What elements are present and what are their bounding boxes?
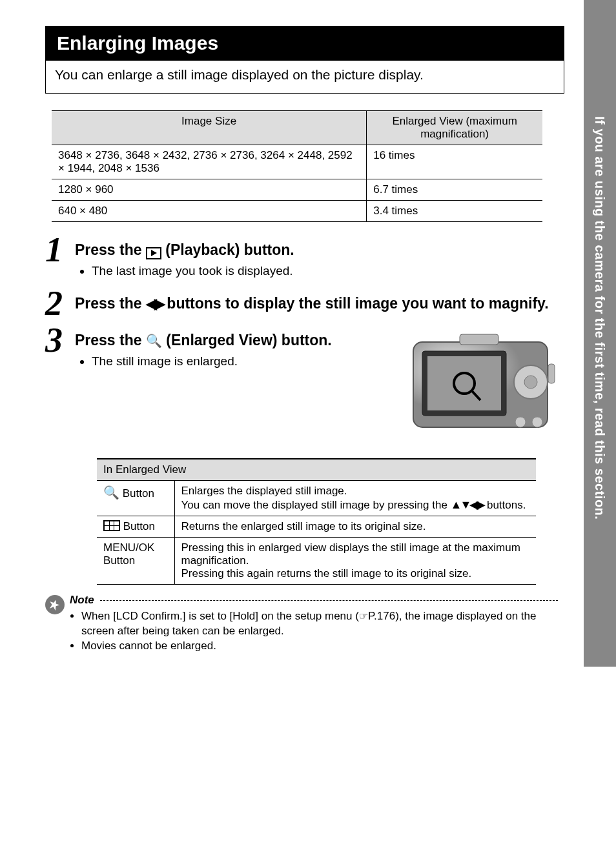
table-cell: Pressing this in enlarged view displays … [174,538,536,585]
svg-point-7 [524,376,537,389]
table-row: 640 × 480 3.4 times [52,201,542,222]
table-cell: 🔍 Button [97,481,174,516]
table-cell: 1280 × 960 [52,179,367,201]
table-header: In Enlarged View [97,459,536,481]
step-number: 2 [45,290,75,318]
dashed-line [100,600,558,601]
magnify-icon: 🔍 [103,485,119,500]
table-row: 🔍 Button Enlarges the displayed still im… [97,481,536,516]
note-icon [45,595,65,614]
table-cell: Button [97,516,174,538]
text: You can move the displayed still image b… [181,499,451,511]
text: Press the [75,241,146,258]
step-title: Press the 🔍 (Enlarged View) button. [75,330,398,350]
svg-rect-3 [427,356,501,410]
step-title: Press the (Playback) button. [75,240,558,260]
text: Button [119,487,154,500]
table-header: Image Size [52,111,367,145]
camera-illustration [409,330,558,443]
step-bullet: The last image you took is displayed. [92,264,558,278]
svg-point-9 [515,417,526,427]
page-title: Enlarging Images [45,26,564,61]
note-block: Note When [LCD Confirm.] is set to [Hold… [45,594,558,654]
text: You can move the displayed still image b… [181,498,530,512]
reference-icon: ☞ [359,611,368,621]
text: buttons to display the still image you w… [167,295,548,312]
text: Enlarges the displayed still image. [181,485,530,498]
table-row: MENU/OK Button Pressing this in enlarged… [97,538,536,585]
text: Press the [75,332,146,348]
table-cell: 3648 × 2736, 3648 × 2432, 2736 × 2736, 3… [52,145,367,179]
playback-icon [146,247,161,259]
table-cell: 16 times [367,145,542,179]
magnify-icon: 🔍 [146,334,162,348]
step-number: 1 [45,236,75,264]
table-row: Button Returns the enlarged still image … [97,516,536,538]
step-title: Press the ◀▶ buttons to display the stil… [75,294,558,314]
table-cell: 6.7 times [367,179,542,201]
note-item: When [LCD Confirm.] is set to [Hold] on … [81,609,558,639]
text: (Enlarged View) button. [166,332,331,348]
step-1: 1 Press the (Playback) button. The last … [45,236,558,281]
table-cell: Returns the enlarged still image to its … [174,516,536,538]
table-cell: MENU/OK Button [97,538,174,585]
direction-arrows-icon: ▲▼◀▶ [451,498,484,511]
table-cell: 640 × 480 [52,201,367,222]
step-3: 3 Press the 🔍 (Enlarged View) button. Th… [45,327,558,443]
text: buttons. [484,499,526,511]
sidebar-text: If you are using the camera for the firs… [592,116,607,520]
svg-rect-8 [548,364,555,383]
text: When [LCD Confirm.] is set to [Hold] on … [81,610,359,622]
svg-rect-1 [460,334,498,345]
step-bullet: The still image is enlarged. [92,354,398,368]
step-number: 3 [45,327,75,354]
text [94,594,98,607]
table-cell: 3.4 times [367,201,542,222]
text: Press the [75,295,146,312]
table-header: Enlarged View (maximum magnification) [367,111,542,145]
page-subtitle: You can enlarge a still image displayed … [45,61,564,94]
step-2: 2 Press the ◀▶ buttons to display the st… [45,290,558,318]
enlarged-view-table: In Enlarged View 🔍 Button Enlarges the d… [97,458,536,585]
svg-point-10 [532,417,542,427]
image-size-table: Image Size Enlarged View (maximum magnif… [52,110,542,222]
text: (Playback) button. [165,241,294,258]
text: Button [120,520,155,532]
sidebar: If you are using the camera for the firs… [584,0,616,667]
table-row: 1280 × 960 6.7 times [52,179,542,201]
left-right-arrows-icon: ◀▶ [146,296,163,312]
table-cell: Enlarges the displayed still image. You … [174,481,536,516]
thumbnail-icon [103,520,120,531]
note-title: Note [70,594,558,607]
text: Pressing this again returns the still im… [181,567,530,580]
text: Pressing this in enlarged view displays … [181,541,530,567]
text: Note [70,594,94,607]
table-row: 3648 × 2736, 3648 × 2432, 2736 × 2736, 3… [52,145,542,179]
note-item: Movies cannot be enlarged. [81,639,558,654]
